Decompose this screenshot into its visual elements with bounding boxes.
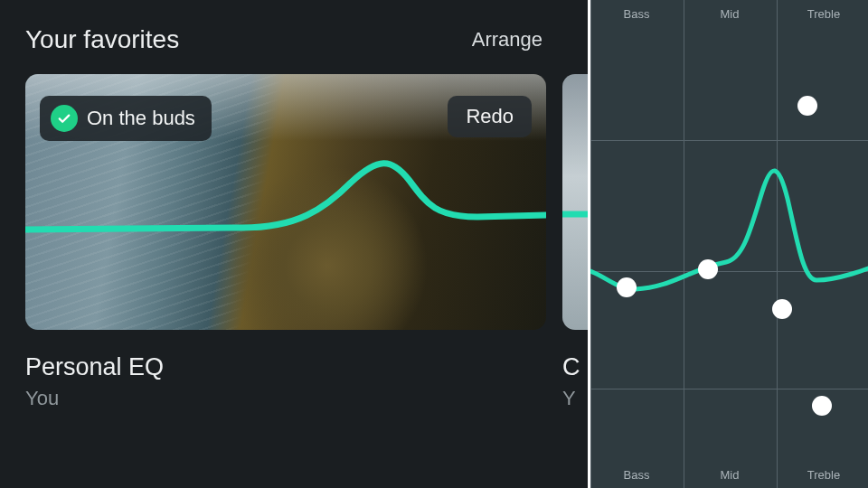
cards-row: On the buds Redo (25, 74, 588, 330)
redo-button[interactable]: Redo (448, 96, 532, 137)
eq-handle-bass[interactable] (617, 277, 637, 297)
grid-line-h (590, 271, 868, 272)
eq-handle-treble-high[interactable] (797, 96, 817, 116)
favorites-panel: Your favorites Arrange On the buds Redo (0, 0, 588, 488)
favorite-card[interactable]: On the buds Redo (25, 74, 546, 330)
band-label-top: Bass (624, 7, 650, 21)
card-meta: Personal EQ You (25, 353, 546, 410)
band-label-top: Mid (721, 7, 740, 21)
on-buds-label: On the buds (87, 107, 195, 130)
favorites-header: Your favorites Arrange (25, 25, 588, 54)
eq-curve (590, 0, 868, 488)
on-buds-badge: On the buds (40, 96, 212, 141)
band-label-bottom: Mid (721, 468, 740, 482)
band-label-top: Treble (807, 7, 840, 21)
eq-grid: Bass Mid Treble Bass Mid Treble (590, 0, 868, 488)
grid-line-v (590, 0, 591, 488)
favorites-title: Your favorites (25, 25, 179, 54)
eq-handle-treble-low[interactable] (812, 396, 832, 416)
check-icon (51, 105, 78, 132)
eq-handle-mid[interactable] (698, 259, 718, 279)
eq-editor-panel: Bass Mid Treble Bass Mid Treble (588, 0, 868, 488)
band-label-bottom: Bass (624, 468, 650, 482)
grid-line-v (777, 0, 778, 488)
grid-line-v (684, 0, 684, 488)
eq-handle-treble[interactable] (772, 299, 792, 319)
arrange-button[interactable]: Arrange (472, 28, 542, 52)
band-label-bottom: Treble (807, 468, 840, 482)
grid-line-h (590, 389, 868, 389)
cards-meta-row: Personal EQ You C Y (25, 353, 588, 410)
card-title: Personal EQ (25, 353, 546, 381)
grid-line-h (590, 140, 868, 141)
card-subtitle: You (25, 387, 546, 410)
